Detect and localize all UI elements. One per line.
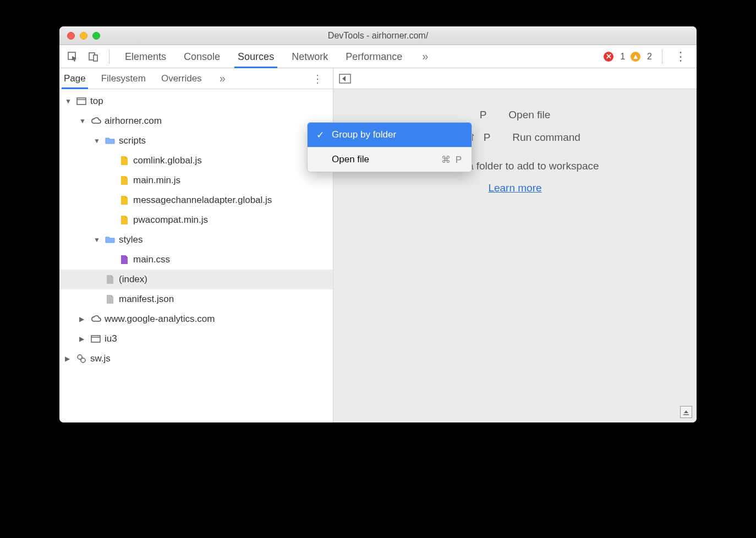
learn-more-link[interactable]: Learn more [488, 182, 541, 194]
tree-row-label: top [90, 96, 103, 107]
menu-item-label: Group by folder [332, 129, 396, 140]
panel-tabs: Elements Console Sources Network Perform… [116, 46, 600, 68]
menu-item-group-by-folder[interactable]: ✓ Group by folder [308, 123, 472, 147]
tree-row[interactable]: manifest.json [59, 289, 333, 309]
tree-row[interactable]: ▼scripts [59, 131, 333, 151]
disclosure-triangle-icon[interactable]: ▼ [94, 137, 101, 145]
editor-tabs-bar [333, 68, 697, 89]
separator [662, 50, 662, 64]
editor-area: P Open file ⌘ ⇧ P Run command Drop in a … [333, 68, 697, 422]
folder-icon [105, 135, 116, 146]
tree-row[interactable]: (index) [59, 270, 333, 289]
tree-row[interactable]: main.css [59, 250, 333, 270]
tab-sources[interactable]: Sources [237, 46, 275, 68]
disclosure-triangle-icon[interactable]: ▶ [79, 315, 87, 323]
navigator-tabs: Page Filesystem Overrides » ⋮ [59, 68, 333, 89]
tree-row[interactable]: main.min.js [59, 171, 333, 190]
tree-row-label: main.min.js [133, 175, 180, 186]
settings-menu-icon[interactable]: ⋮ [669, 50, 692, 64]
side-more-tabs-icon[interactable]: » [220, 72, 226, 85]
navigator-options-icon[interactable]: ⋮ [305, 72, 330, 85]
tab-elements[interactable]: Elements [124, 46, 167, 68]
file-js-icon [119, 195, 130, 206]
svg-rect-3 [77, 98, 86, 105]
navigator-sidebar: Page Filesystem Overrides » ⋮ ▼top▼airho… [59, 68, 333, 422]
hint-run-command-label: Run command [512, 131, 580, 144]
file-icon [105, 274, 116, 285]
warning-count: 2 [647, 52, 652, 62]
worker-icon [76, 353, 87, 364]
devtools-window: DevTools - airhorner.com/ Elements Conso… [59, 26, 697, 422]
tree-row[interactable]: messagechanneladapter.global.js [59, 190, 333, 210]
hint-open-file-label: Open file [508, 109, 550, 121]
disclosure-triangle-icon[interactable]: ▼ [94, 236, 101, 244]
error-count: 1 [620, 52, 625, 62]
tree-row-label: iu3 [105, 333, 117, 344]
side-tab-filesystem[interactable]: Filesystem [100, 68, 147, 89]
tree-row[interactable]: ▼airhorner.com [59, 111, 333, 131]
error-icon: ✕ [604, 52, 613, 62]
file-css-icon [119, 254, 130, 265]
file-js-icon [119, 155, 130, 166]
menu-item-label: Open file [332, 154, 369, 165]
svg-rect-2 [94, 55, 97, 61]
tree-row-label: styles [119, 234, 143, 245]
tree-row[interactable]: ▼top [59, 91, 333, 111]
tree-row[interactable]: ▼styles [59, 230, 333, 250]
cloud-icon [90, 314, 101, 325]
disclosure-triangle-icon[interactable]: ▶ [65, 355, 73, 363]
menu-item-open-file[interactable]: Open file ⌘ P [308, 147, 472, 172]
file-icon [105, 294, 116, 305]
svg-point-8 [81, 358, 85, 363]
side-tab-overrides[interactable]: Overrides [160, 68, 203, 89]
tab-performance[interactable]: Performance [344, 46, 403, 68]
tab-console[interactable]: Console [183, 46, 221, 68]
cloud-icon [90, 116, 101, 127]
disclosure-triangle-icon[interactable]: ▼ [79, 117, 87, 125]
check-icon: ✓ [316, 129, 325, 141]
file-js-icon [119, 175, 130, 186]
hint-open-file: P Open file [480, 109, 551, 121]
sources-panel: Page Filesystem Overrides » ⋮ ▼top▼airho… [59, 68, 697, 422]
more-tabs-icon[interactable]: » [422, 50, 428, 63]
shortcut-open-file: P [480, 109, 489, 121]
disclosure-triangle-icon[interactable]: ▼ [65, 97, 73, 105]
titlebar: DevTools - airhorner.com/ [59, 26, 697, 45]
show-navigator-icon[interactable] [339, 74, 351, 84]
frame-icon [90, 333, 101, 344]
tree-row-label: (index) [119, 274, 147, 285]
tree-row-label: scripts [119, 135, 146, 146]
svg-rect-5 [91, 336, 100, 342]
tree-row-label: main.css [133, 254, 170, 265]
menu-shortcut: ⌘ P [441, 154, 463, 166]
navigator-context-menu: ✓ Group by folder Open file ⌘ P [307, 122, 472, 172]
inspect-element-icon[interactable] [64, 48, 81, 65]
tree-row[interactable]: comlink.global.js [59, 151, 333, 171]
warning-icon: ▲ [631, 52, 640, 62]
tab-network[interactable]: Network [291, 46, 329, 68]
tree-row-label: messagechanneladapter.global.js [133, 195, 272, 206]
file-js-icon [119, 215, 130, 226]
file-tree: ▼top▼airhorner.com▼scriptscomlink.global… [59, 89, 333, 422]
status-counts[interactable]: ✕1 ▲2 [604, 52, 652, 62]
svg-rect-10 [683, 414, 689, 415]
tree-row[interactable]: ▶iu3 [59, 329, 333, 349]
tree-row-label: comlink.global.js [133, 155, 202, 166]
tree-row-label: manifest.json [119, 294, 174, 305]
tree-row[interactable]: ▶www.google-analytics.com [59, 309, 333, 329]
tree-row[interactable]: pwacompat.min.js [59, 210, 333, 230]
tree-row-label: pwacompat.min.js [133, 215, 208, 226]
side-tab-page[interactable]: Page [63, 68, 87, 89]
tree-row-label: sw.js [90, 353, 111, 364]
drawer-toggle-icon[interactable] [680, 406, 692, 418]
separator [109, 50, 109, 64]
tree-row-label: www.google-analytics.com [105, 314, 215, 325]
main-toolbar: Elements Console Sources Network Perform… [59, 45, 697, 68]
folder-icon [105, 234, 116, 245]
disclosure-triangle-icon[interactable]: ▶ [79, 335, 87, 343]
window-title: DevTools - airhorner.com/ [59, 31, 697, 41]
tree-row-label: airhorner.com [105, 116, 162, 127]
frame-icon [76, 96, 87, 107]
tree-row[interactable]: ▶sw.js [59, 349, 333, 369]
device-toggle-icon[interactable] [85, 48, 102, 65]
